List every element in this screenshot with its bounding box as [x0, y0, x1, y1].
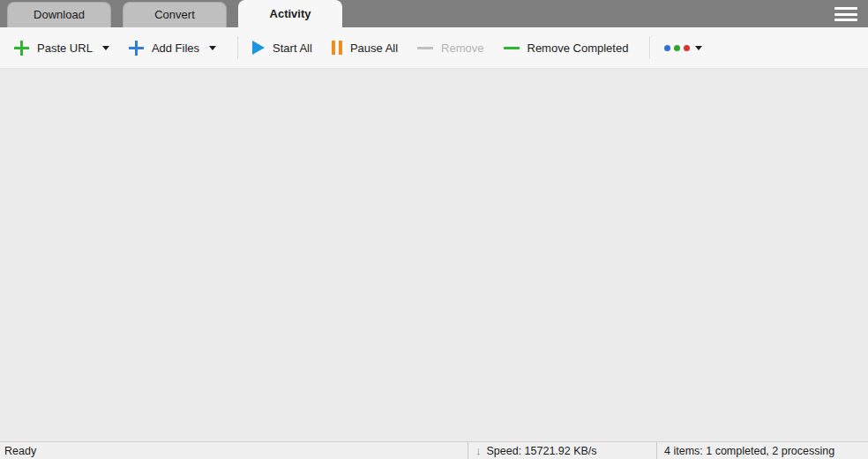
start-all-label: Start All	[273, 41, 312, 55]
tab-activity[interactable]: Activity	[238, 0, 342, 27]
chevron-down-icon	[695, 46, 702, 50]
tab-download[interactable]: Download	[7, 2, 111, 27]
pause-all-button[interactable]: Pause All	[332, 41, 398, 55]
dash-icon	[504, 47, 520, 49]
more-options-button[interactable]	[664, 45, 702, 51]
remove-label: Remove	[441, 41, 483, 55]
add-files-button[interactable]: Add Files	[129, 41, 216, 56]
chevron-down-icon[interactable]	[209, 46, 216, 50]
toolbar-separator	[237, 36, 238, 59]
play-icon	[252, 41, 265, 55]
tab-convert[interactable]: Convert	[123, 2, 227, 27]
speed-status: ↓ Speed: 15721.92 KB/s	[468, 442, 656, 459]
dash-icon	[417, 47, 433, 49]
color-dots-icon	[664, 45, 690, 51]
ready-status: Ready	[0, 445, 468, 457]
toolbar-separator	[649, 36, 650, 59]
paste-url-button[interactable]: Paste URL	[14, 41, 109, 56]
pause-icon	[332, 41, 342, 55]
download-list	[0, 69, 868, 83]
pause-all-label: Pause All	[350, 41, 398, 55]
plus-icon	[129, 41, 144, 56]
menu-button[interactable]	[834, 6, 857, 22]
items-summary: 4 items: 1 completed, 2 processing	[656, 442, 868, 459]
status-bar: Ready ↓ Speed: 15721.92 KB/s 4 items: 1 …	[0, 441, 868, 459]
toolbar: Paste URL Add Files Start All Pause All …	[0, 27, 868, 69]
download-arrow-icon: ↓	[475, 444, 482, 457]
start-all-button[interactable]: Start All	[252, 41, 312, 55]
chevron-down-icon[interactable]	[102, 46, 109, 50]
remove-button: Remove	[417, 41, 483, 55]
add-files-label: Add Files	[152, 41, 199, 55]
plus-icon	[14, 41, 29, 56]
paste-url-label: Paste URL	[37, 41, 93, 55]
remove-completed-label: Remove Completed	[528, 41, 629, 55]
tab-strip: Download Convert Activity	[0, 0, 868, 27]
speed-text: Speed: 15721.92 KB/s	[487, 445, 597, 457]
remove-completed-button[interactable]: Remove Completed	[504, 41, 629, 55]
